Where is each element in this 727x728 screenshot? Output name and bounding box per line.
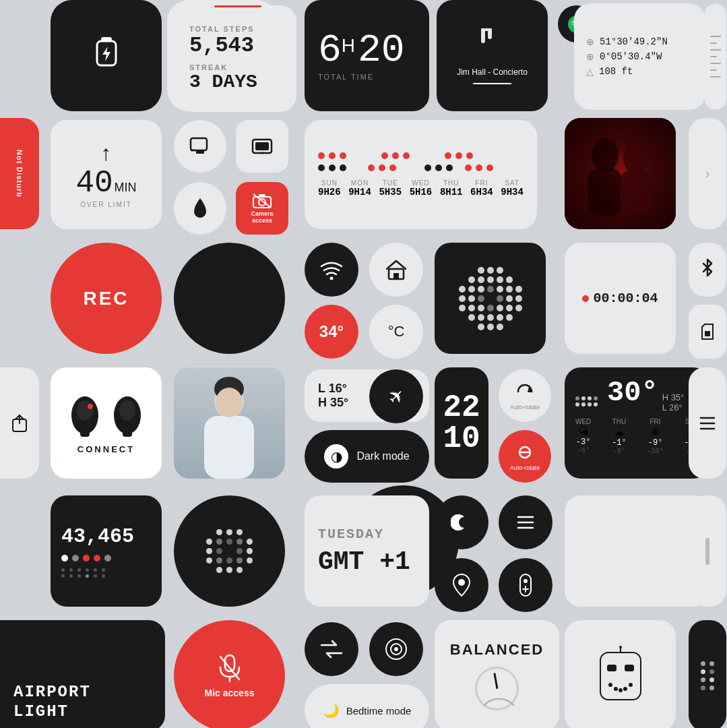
over-limit-widget: ↑ 40 MIN OVER LIMIT	[51, 120, 162, 229]
over-limit-arrow: ↑	[101, 141, 112, 166]
camera-access-label: Cameraaccess	[251, 211, 273, 224]
airplane-icon: ✈	[383, 383, 410, 410]
svg-rect-42	[123, 429, 132, 437]
auto-rotate1-widget[interactable]: Auto-rotate	[499, 369, 551, 422]
auto-rotate2-label: Auto-rotate	[510, 464, 540, 471]
moon-widget[interactable]	[435, 495, 488, 549]
earbuds-widget[interactable]: CONNECT	[51, 367, 162, 479]
lng-value: 0°05'30.4"W	[600, 51, 662, 62]
compass-widget: N S E W	[565, 495, 709, 607]
airplane-widget[interactable]: ✈	[369, 369, 423, 423]
lat-value: 51°30'49.2"N	[600, 36, 668, 47]
over-limit-sub: OVER LIMIT	[80, 201, 132, 208]
camera-access-widget[interactable]: Cameraaccess	[236, 182, 288, 235]
svg-rect-32	[393, 273, 399, 279]
lat-icon: ⊕	[586, 36, 594, 47]
drop-widget[interactable]	[174, 182, 226, 235]
forecast-main-temp: 30°	[607, 377, 658, 409]
dnd-label: Not Disturb	[15, 150, 24, 198]
timer-widget: 6 H 20 TOTAL TIME	[305, 0, 429, 111]
forecast-low: L 26°	[662, 402, 685, 413]
simcard-widget	[689, 305, 726, 359]
bedtime-label: Bedtime mode	[346, 705, 412, 717]
svg-point-80	[614, 687, 618, 691]
timer-h-label: H	[342, 35, 355, 57]
charge-widget	[51, 0, 162, 111]
clock-widget	[174, 243, 285, 354]
rec-widget[interactable]: REC	[51, 243, 162, 354]
svg-point-46	[216, 388, 243, 417]
streak-label: STREAK	[189, 63, 286, 71]
balanced-label: BALANCED	[450, 641, 544, 659]
airport-line2: LIGHT	[13, 702, 152, 721]
arrow-right-widget: ›	[689, 118, 726, 229]
timer-minutes: 20	[358, 31, 405, 70]
digit-clock-widget: 22 10	[435, 367, 488, 479]
timer-total-label: TOTAL TIME	[318, 73, 374, 81]
svg-point-82	[623, 687, 627, 691]
svg-point-83	[629, 683, 633, 687]
svg-point-37	[77, 400, 93, 421]
bedtime-widget[interactable]: 🌙 Bedtime mode	[305, 684, 429, 728]
timer-hours: 6	[318, 31, 342, 70]
weather-low: L 16°	[318, 382, 347, 396]
robot-face-svg	[594, 646, 647, 706]
list-widget[interactable]	[689, 367, 726, 479]
arrow-right-icon: ›	[705, 166, 710, 181]
celsius-icon: °C	[388, 323, 405, 340]
svg-point-23	[623, 144, 647, 173]
weather-high: H 35°	[318, 396, 348, 410]
svg-rect-24	[620, 171, 651, 214]
steps-count-widget: 43,465	[51, 495, 162, 607]
charge-icon	[93, 36, 120, 75]
temperature-widget: 34°	[305, 305, 358, 359]
svg-point-38	[88, 404, 93, 409]
mic-access-widget[interactable]: Mic access	[174, 620, 285, 728]
over-limit-unit: MIN	[115, 181, 137, 195]
temperature-value: 34°	[319, 322, 344, 341]
robot-face-widget	[565, 620, 676, 728]
location-widget[interactable]	[435, 558, 488, 612]
streak-value: 3 DAYS	[189, 71, 286, 92]
weather-forecast-widget: 30° H 35° L 26° WED 🌤 -3° -6° THU ☁ -1° …	[565, 367, 709, 479]
tuesday-label: TUESDAY	[318, 526, 384, 542]
svg-rect-15	[255, 142, 269, 150]
home-widget[interactable]	[369, 243, 423, 297]
forecast-high: H 35°	[662, 392, 685, 402]
svg-rect-44	[204, 416, 254, 479]
slideshow-widget[interactable]	[236, 120, 288, 173]
svg-point-75	[394, 647, 398, 651]
dark-mode-widget[interactable]: ◑ Dark mode	[305, 430, 429, 483]
digit-clock-min: 10	[443, 423, 480, 454]
list2-widget[interactable]	[499, 495, 552, 549]
svg-rect-9	[481, 28, 492, 31]
dark-mode-icon: ◑	[331, 448, 342, 464]
person-photo-widget	[174, 367, 285, 479]
bluetooth-widget[interactable]	[689, 243, 726, 297]
share-widget[interactable]	[0, 367, 39, 479]
swap-widget[interactable]	[305, 622, 358, 676]
earbuds-label: CONNECT	[77, 444, 135, 454]
remote-widget[interactable]	[499, 558, 552, 612]
svg-point-55	[458, 579, 465, 586]
svg-rect-39	[80, 429, 90, 437]
focus-widget[interactable]	[369, 622, 423, 676]
digit-clock-hour: 22	[443, 392, 480, 423]
over-limit-value: 40	[75, 166, 113, 201]
svg-point-57	[524, 579, 528, 583]
svg-point-41	[119, 400, 135, 421]
svg-point-81	[619, 688, 623, 692]
mic-access-label: Mic access	[205, 688, 255, 698]
right-edge-widget	[689, 495, 726, 607]
steps-label: TOTAL STEPS	[189, 25, 286, 33]
cast2-widget[interactable]	[174, 120, 226, 173]
wifi-widget[interactable]	[305, 243, 358, 297]
record-timer-value: 00:00:04	[593, 291, 658, 306]
alt-icon: △	[586, 66, 594, 77]
steps-value: 5,543	[189, 33, 286, 58]
svg-point-30	[330, 277, 334, 280]
steps-widget: TOTAL STEPS 5,543 STREAK 3 DAYS	[179, 5, 296, 112]
auto-rotate2-widget[interactable]: Auto-rotate	[499, 430, 551, 483]
record-dot	[582, 295, 589, 302]
music-title: Jim Hall - Concierto	[457, 67, 528, 78]
